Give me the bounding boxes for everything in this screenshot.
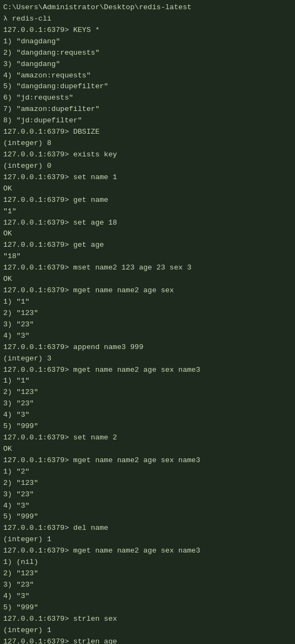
terminal-line: 127.0.0.1:6379> get age — [3, 240, 292, 251]
terminal-line: (integer) 8 — [3, 138, 292, 149]
terminal-line: 3) "dangdang" — [3, 59, 292, 70]
terminal-line: 127.0.0.1:6379> set age 18 — [3, 218, 292, 229]
terminal-line: 5) "dangdang:dupefilter" — [3, 81, 292, 93]
terminal-line: 6) "jd:requests" — [3, 93, 292, 104]
terminal-line: 127.0.0.1:6379> KEYS * — [3, 25, 292, 36]
terminal-line: 3) "23" — [3, 319, 292, 331]
terminal-line: (integer) 3 — [3, 353, 292, 365]
terminal-line: 4) "3" — [3, 331, 292, 342]
terminal-line: "18" — [3, 251, 292, 262]
terminal-line: 3) "23" — [3, 398, 292, 410]
terminal-line: (integer) 1 — [3, 625, 292, 636]
terminal-line: 2) "dangdang:requests" — [3, 48, 292, 59]
terminal-window: C:\Users\Administrator\Desktop\redis-lat… — [0, 0, 295, 644]
terminal-line: 2) "123" — [3, 387, 292, 398]
terminal-line: 127.0.0.1:6379> mget name name2 age sex — [3, 285, 292, 297]
terminal-line: 3) "23" — [3, 580, 292, 591]
terminal-line: 127.0.0.1:6379> strlen sex — [3, 614, 292, 625]
terminal-line: 5) "999" — [3, 511, 292, 523]
terminal-line: 1) "dnagdang" — [3, 36, 292, 48]
terminal-line: 127.0.0.1:6379> set name 2 — [3, 432, 292, 444]
terminal-line: (integer) 0 — [3, 161, 292, 172]
terminal-line: 2) "123" — [3, 568, 292, 580]
terminal-line: 127.0.0.1:6379> exists key — [3, 149, 292, 161]
terminal-line: OK — [3, 274, 292, 285]
terminal-line: OK — [3, 444, 292, 455]
terminal-line: 127.0.0.1:6379> mget name name2 age sex … — [3, 546, 292, 557]
terminal-line: 1) (nil) — [3, 557, 292, 568]
terminal-line: λ redis-cli — [3, 14, 292, 25]
terminal-line: 127.0.0.1:6379> mget name name2 age sex … — [3, 455, 292, 466]
terminal-line: 127.0.0.1:6379> del name — [3, 523, 292, 534]
terminal-line: 4) "3" — [3, 410, 292, 421]
terminal-line: 4) "3" — [3, 591, 292, 602]
terminal-line: 127.0.0.1:6379> strlen age — [3, 636, 292, 644]
terminal-line: 127.0.0.1:6379> set name 1 — [3, 172, 292, 183]
terminal-line: 127.0.0.1:6379> get name — [3, 195, 292, 206]
terminal-line: 5) "999" — [3, 421, 292, 432]
terminal-line: 1) "1" — [3, 376, 292, 387]
terminal-line: C:\Users\Administrator\Desktop\redis-lat… — [3, 2, 292, 14]
terminal-line: 2) "123" — [3, 478, 292, 489]
terminal-line: OK — [3, 228, 292, 240]
terminal-line: 127.0.0.1:6379> mset name2 123 age 23 se… — [3, 262, 292, 274]
terminal-line: 127.0.0.1:6379> DBSIZE — [3, 127, 292, 138]
terminal-line: 5) "999" — [3, 602, 292, 614]
terminal-line: 3) "23" — [3, 489, 292, 501]
terminal-line: 2) "123" — [3, 308, 292, 319]
terminal-line: 7) "amazon:dupefilter" — [3, 104, 292, 115]
terminal-line: OK — [3, 183, 292, 195]
terminal-line: 127.0.0.1:6379> mget name name2 age sex … — [3, 365, 292, 376]
terminal-line: 8) "jd:dupefilter" — [3, 115, 292, 127]
terminal-line: 127.0.0.1:6379> append name3 999 — [3, 342, 292, 353]
terminal-line: 4) "amazon:requests" — [3, 70, 292, 82]
terminal-line: 1) "1" — [3, 297, 292, 308]
terminal-line: 1) "2" — [3, 466, 292, 478]
terminal-line: 4) "3" — [3, 501, 292, 512]
terminal-line: (integer) 1 — [3, 534, 292, 546]
terminal-line: "1" — [3, 206, 292, 218]
